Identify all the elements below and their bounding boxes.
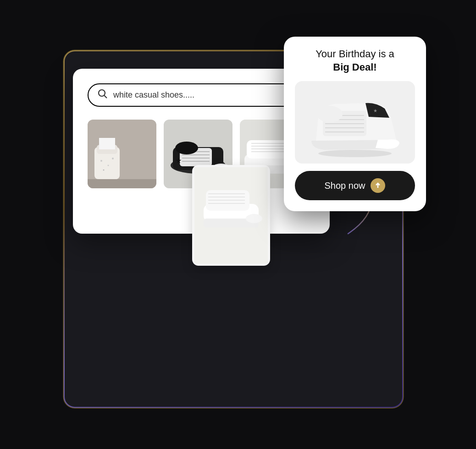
shop-now-label: Shop now <box>325 181 365 191</box>
image-icon-1 <box>114 350 136 372</box>
product-image-area: ★ <box>295 81 415 164</box>
search-icon <box>98 89 108 101</box>
main-scene: 1000s of Ready to use templates <box>50 23 426 426</box>
svg-point-57 <box>317 106 343 122</box>
svg-point-48 <box>246 214 262 223</box>
svg-point-16 <box>108 165 109 166</box>
templates-title: 1000s of Ready to use templates <box>86 309 381 321</box>
svg-point-15 <box>100 160 102 162</box>
search-result-image-1 <box>88 120 156 188</box>
svg-point-5 <box>264 358 268 361</box>
arrow-up-icon <box>371 178 385 193</box>
svg-point-17 <box>112 158 114 159</box>
svg-point-18 <box>103 170 105 171</box>
image-icon-3 <box>259 350 281 372</box>
svg-text:★: ★ <box>175 157 182 164</box>
search-bar[interactable]: white casual shoes..... <box>88 83 315 107</box>
template-item-3[interactable] <box>238 334 302 389</box>
svg-point-49 <box>318 150 392 157</box>
template-grid <box>86 334 381 389</box>
svg-rect-14 <box>99 138 115 149</box>
image-icon-2 <box>186 350 208 372</box>
svg-line-10 <box>105 96 107 99</box>
svg-rect-19 <box>88 179 156 188</box>
template-item-add[interactable] <box>310 334 374 389</box>
plus-circle-icon <box>331 350 353 372</box>
svg-point-3 <box>192 358 195 361</box>
product-card-title: Your Birthday is a Big Deal! <box>295 48 415 74</box>
template-item-2[interactable] <box>165 334 229 389</box>
svg-point-1 <box>119 358 123 361</box>
product-card: Your Birthday is a Big Deal! ★ <box>284 37 426 211</box>
bottom-section: 1000s of Ready to use templates <box>64 295 403 407</box>
svg-rect-2 <box>188 354 206 369</box>
svg-point-9 <box>99 90 105 96</box>
search-input-value: white casual shoes..... <box>113 90 194 100</box>
svg-point-30 <box>175 142 198 154</box>
third-image-card <box>192 165 270 266</box>
shop-now-button[interactable]: Shop now <box>295 171 415 200</box>
template-item-1[interactable] <box>93 334 157 389</box>
svg-rect-4 <box>260 354 279 369</box>
svg-rect-0 <box>116 354 134 369</box>
svg-text:★: ★ <box>373 108 377 113</box>
